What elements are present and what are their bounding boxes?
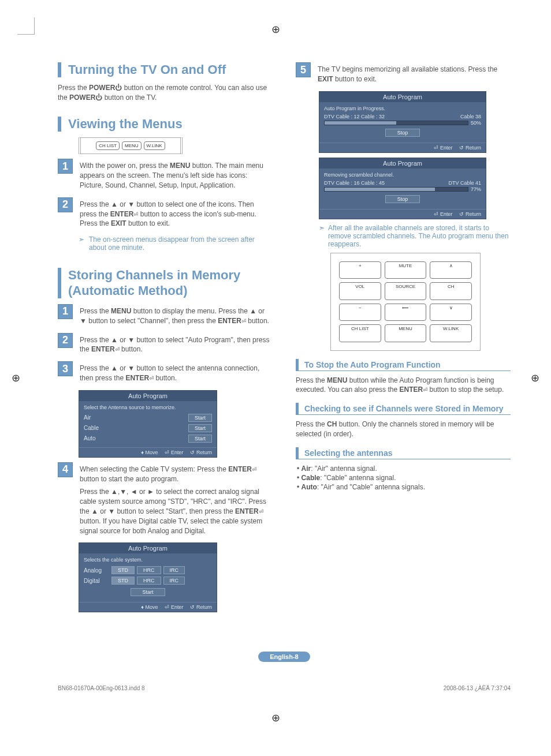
step-number: 1	[58, 159, 73, 174]
osd-line1: Auto Program in Progress.	[324, 106, 481, 111]
enter-icon: ⏎	[149, 375, 154, 381]
osd-row-analog[interactable]: Analog STD HRC IRC	[84, 565, 212, 575]
opt-hrc[interactable]: HRC	[137, 566, 161, 574]
enter-icon: ⏎	[115, 346, 120, 353]
note-text: The on-screen menus disappear from the s…	[89, 235, 273, 252]
step-number: 1	[58, 304, 73, 319]
remote-btn-chlist: CH LIST	[96, 141, 120, 150]
foot-move: ♦ Move	[141, 450, 158, 455]
subsection-checking: Checking to see if Channels were Stored …	[296, 403, 511, 415]
opt-irc[interactable]: IRC	[163, 566, 185, 574]
viewing-step-1: 1 With the power on, press the MENU butt…	[58, 159, 273, 192]
remote-btn-mute: MUTE	[385, 261, 427, 279]
osd-footer: ♦ Move ⏎ Enter ↺ Return	[79, 447, 217, 457]
remote-btn-source: SOURCE	[385, 282, 427, 300]
osd-progress-1: Auto Program Auto Program in Progress. D…	[319, 91, 486, 153]
osd-footer: ⏎ Enter ↺ Return	[319, 143, 486, 152]
storing-note: ➣ After all the available channels are s…	[319, 224, 511, 248]
osd-row-cable[interactable]: CableStart	[84, 423, 212, 433]
start-button[interactable]: Start	[188, 424, 212, 432]
page-footer: BN68-01670A-00Eng-0613.indd 8 2008-06-13…	[0, 685, 551, 703]
viewing-step-2: 2 Press the ▲ or ▼ button to select one …	[58, 197, 273, 231]
footer-file: BN68-01670A-00Eng-0613.indd 8	[58, 685, 145, 691]
remote-btn-vol-up: +	[339, 261, 381, 279]
foot-move: ♦ Move	[141, 604, 158, 610]
antenna-cable: • Cable: "Cable" antenna signal.	[297, 473, 511, 482]
remote-btn-menu: MENU	[385, 324, 427, 342]
remote-btn-ch-down: ∨	[430, 304, 472, 321]
start-button[interactable]: Start	[131, 588, 165, 596]
footer-timestamp: 2008-06-13 ¿ÀÈÄ 7:37:04	[444, 685, 511, 691]
remote-btn-vol: VOL	[339, 282, 381, 300]
osd-line2: DTV Cable : 16 Cable : 45	[324, 180, 385, 186]
opt-irc[interactable]: IRC	[163, 577, 185, 585]
progress-pct: 50%	[471, 120, 481, 126]
sub1-text: Press the MENU button while the Auto Pro…	[296, 376, 511, 395]
step-number: 5	[296, 62, 311, 77]
osd-channel-label: DTV Cable 41	[448, 180, 481, 186]
note-text: After all the available channels are sto…	[328, 224, 511, 248]
step-text: With the power on, press the MENU button…	[80, 161, 273, 190]
foot-return: ↺ Return	[190, 450, 212, 455]
osd-title: Auto Program	[319, 92, 486, 102]
foot-enter: ⏎ Enter	[434, 211, 452, 217]
remote-btn-chlist: CH LIST	[339, 324, 381, 342]
osd-progress-2: Auto Program Removing scrambled channel.…	[319, 158, 486, 219]
opt-hrc[interactable]: HRC	[137, 577, 161, 585]
osd-title: Auto Program	[319, 158, 486, 169]
remote-btn-wlink: W.LINK	[430, 324, 472, 342]
remote-btn-back: ⟵	[385, 304, 427, 321]
storing-step-2: 2 Press the ▲ or ▼ button to select "Aut…	[58, 333, 273, 357]
bold: POWER	[89, 84, 115, 92]
subsection-antennas: Selecting the antennas	[296, 447, 511, 459]
foot-return: ↺ Return	[459, 211, 481, 217]
osd-title: Auto Program	[79, 543, 217, 553]
step-number: 4	[58, 462, 73, 477]
osd-line2: DTV Cable : 12 Cable : 32	[324, 114, 385, 119]
note-arrow-icon: ➣	[79, 235, 85, 252]
note-arrow-icon: ➣	[319, 224, 325, 248]
remote-btn-wlink: W.LINK	[144, 141, 165, 150]
right-column: 5 The TV begins memorizing all available…	[296, 58, 511, 617]
storing-step-4: 4 When selecting the Cable TV system: Pr…	[58, 462, 273, 538]
osd-row-air[interactable]: AirStart	[84, 413, 212, 423]
stop-button[interactable]: Stop	[385, 195, 420, 203]
foot-return: ↺ Return	[459, 145, 481, 151]
viewing-note: ➣ The on-screen menus disappear from the…	[79, 235, 273, 252]
osd-row-digital[interactable]: Digital STD HRC IRC	[84, 575, 212, 586]
storing-step-3: 3 Press the ▲ or ▼ button to select the …	[58, 361, 273, 386]
osd-title: Auto Program	[79, 391, 217, 401]
osd-channel-label: Cable 38	[460, 114, 481, 119]
foot-enter: ⏎ Enter	[165, 604, 183, 610]
subsection-stop-auto: To Stop the Auto Program Function	[296, 359, 511, 371]
foot-enter: ⏎ Enter	[434, 145, 452, 151]
text: button on the TV.	[102, 93, 157, 102]
enter-icon: ⏎	[252, 466, 256, 473]
osd-subtitle: Selects the cable system.	[84, 557, 212, 565]
enter-icon: ⏎	[241, 318, 246, 324]
turning-text: Press the POWER⏻ button on the remote co…	[58, 83, 273, 103]
foot-enter: ⏎ Enter	[165, 450, 183, 455]
remote-btn-ch: CH	[430, 282, 472, 300]
start-button[interactable]: Start	[188, 414, 212, 422]
storing-step-1: 1 Press the MENU button to display the m…	[58, 304, 273, 328]
opt-std[interactable]: STD	[111, 566, 135, 574]
opt-std[interactable]: STD	[111, 577, 135, 585]
section-title-viewing: Viewing the Menus	[58, 117, 273, 132]
osd-subtitle: Select the Antenna source to memorize.	[84, 405, 212, 413]
antenna-auto: • Auto: "Air" and "Cable" antenna signal…	[297, 482, 511, 492]
section-title-storing: Storing Channels in Memory (Automatic Me…	[58, 268, 273, 298]
progress-pct: 77%	[471, 186, 481, 192]
stop-button[interactable]: Stop	[385, 129, 420, 137]
remote-btn-ch-up: ∧	[430, 261, 472, 279]
left-column: Turning the TV On and Off Press the POWE…	[58, 58, 273, 617]
osd-footer: ♦ Move ⏎ Enter ↺ Return	[79, 602, 217, 612]
step-number: 2	[58, 197, 73, 212]
remote-diagram-large: + MUTE ∧ VOL SOURCE CH − ⟵ ∨ CH LIST MEN…	[330, 253, 481, 351]
start-button[interactable]: Start	[188, 435, 212, 443]
osd-antenna-select: Auto Program Select the Antenna source t…	[79, 390, 217, 458]
progress-bar	[324, 121, 468, 125]
remote-btn-menu: MENU	[122, 141, 142, 150]
page-number: English-8	[258, 652, 310, 662]
osd-row-auto[interactable]: AutoStart	[84, 433, 212, 444]
